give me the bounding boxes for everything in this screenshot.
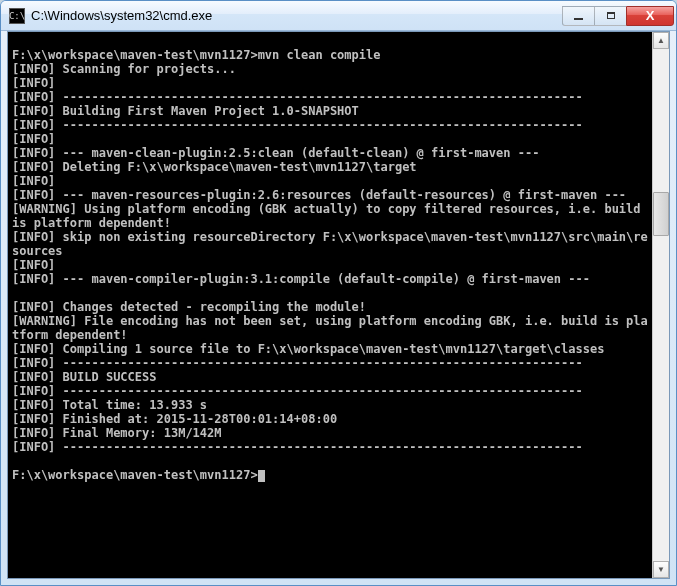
console-line: [INFO] --- maven-resources-plugin:2.6:re… (12, 188, 626, 202)
window-controls: X (562, 6, 674, 26)
close-button[interactable]: X (626, 6, 674, 26)
cursor-icon (258, 470, 265, 482)
console-line: [INFO] (12, 132, 55, 146)
console-line: [INFO] ---------------------------------… (12, 440, 583, 454)
console-output[interactable]: F:\x\workspace\maven-test\mvn1127>mvn cl… (8, 32, 652, 578)
scroll-up-button[interactable]: ▲ (653, 32, 669, 49)
vertical-scrollbar[interactable]: ▲ ▼ (652, 32, 669, 578)
console-line: [WARNING] Using platform encoding (GBK a… (12, 202, 648, 230)
console-line: [INFO] Finished at: 2015-11-28T00:01:14+… (12, 412, 337, 426)
scroll-down-button[interactable]: ▼ (653, 561, 669, 578)
console-line: [INFO] BUILD SUCCESS (12, 370, 157, 384)
minimize-button[interactable] (562, 6, 594, 26)
console-line: [INFO] Scanning for projects... (12, 62, 236, 76)
console-line: [INFO] (12, 76, 55, 90)
console-line: [INFO] ---------------------------------… (12, 384, 583, 398)
chevron-up-icon: ▲ (657, 36, 665, 45)
console-line: [INFO] (12, 174, 55, 188)
console-line: [INFO] --- maven-clean-plugin:2.5:clean … (12, 146, 539, 160)
titlebar[interactable]: C:\ C:\Windows\system32\cmd.exe X (1, 1, 676, 31)
scrollbar-thumb[interactable] (653, 192, 669, 236)
scrollbar-track[interactable] (653, 49, 669, 561)
console-line: [INFO] skip non existing resourceDirecto… (12, 230, 648, 258)
console-line: [INFO] Changes detected - recompiling th… (12, 300, 366, 314)
console-line: [INFO] Deleting F:\x\workspace\maven-tes… (12, 160, 417, 174)
console-line: [INFO] ---------------------------------… (12, 90, 583, 104)
console-line: [INFO] Total time: 13.933 s (12, 398, 207, 412)
console-line: [INFO] --- maven-compiler-plugin:3.1:com… (12, 272, 590, 286)
console-line: [INFO] Compiling 1 source file to F:\x\w… (12, 342, 604, 356)
cmd-icon: C:\ (9, 8, 25, 24)
cmd-window: C:\ C:\Windows\system32\cmd.exe X F:\x\w… (0, 0, 677, 586)
console-prompt: F:\x\workspace\maven-test\mvn1127> (12, 468, 258, 482)
console-line: F:\x\workspace\maven-test\mvn1127>mvn cl… (12, 48, 380, 62)
console-line: [INFO] (12, 258, 55, 272)
console-line: [WARNING] File encoding has not been set… (12, 314, 648, 342)
close-icon: X (646, 9, 655, 22)
console-line: [INFO] ---------------------------------… (12, 118, 583, 132)
console-line: [INFO] ---------------------------------… (12, 356, 583, 370)
window-title: C:\Windows\system32\cmd.exe (31, 8, 562, 23)
maximize-button[interactable] (594, 6, 626, 26)
client-area: F:\x\workspace\maven-test\mvn1127>mvn cl… (7, 31, 670, 579)
console-line: [INFO] Final Memory: 13M/142M (12, 426, 222, 440)
console-line: [INFO] Building First Maven Project 1.0-… (12, 104, 359, 118)
chevron-down-icon: ▼ (657, 565, 665, 574)
